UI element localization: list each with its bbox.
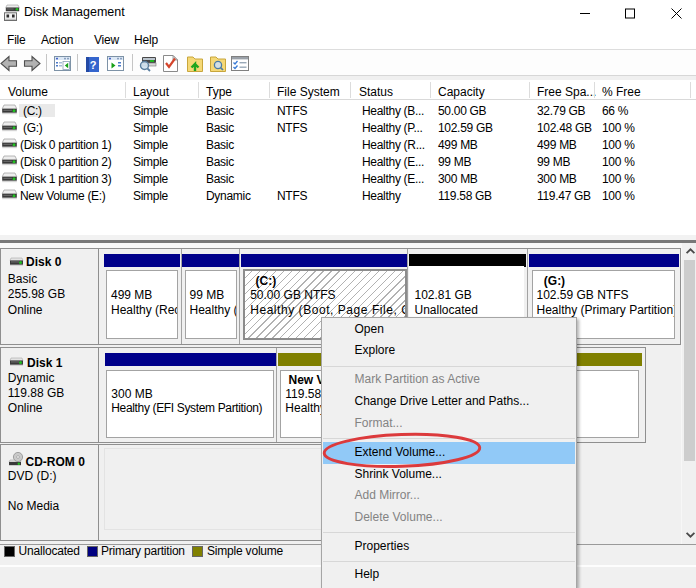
svg-text:?: ? [90, 59, 97, 71]
